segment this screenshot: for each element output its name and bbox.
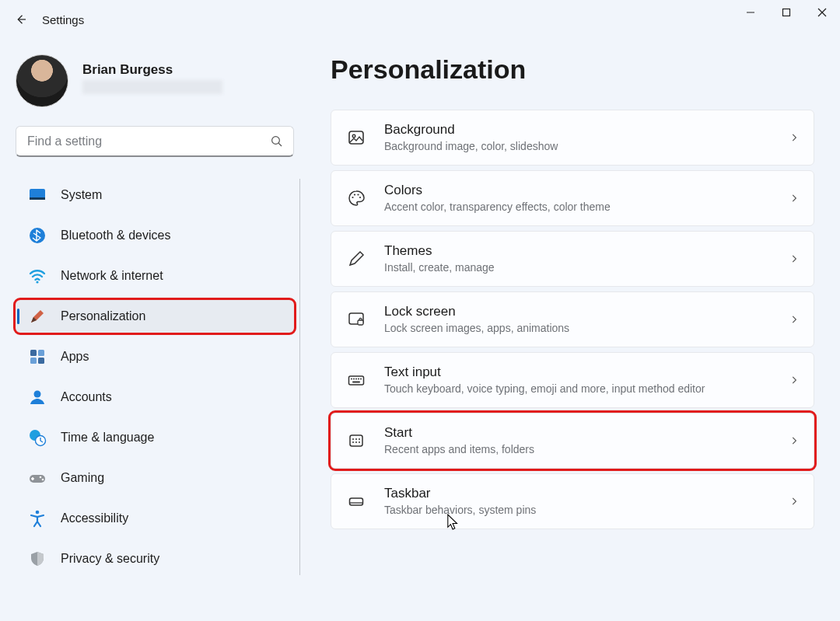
svg-point-39 [355, 438, 357, 440]
chevron-right-icon [789, 314, 800, 325]
clock-globe-icon [28, 428, 47, 447]
card-title: Themes [384, 242, 772, 259]
card-title: Taskbar [384, 485, 772, 501]
window-maximize-button[interactable] [768, 0, 804, 25]
chevron-right-icon [789, 435, 800, 446]
svg-rect-44 [350, 498, 363, 505]
svg-rect-29 [358, 320, 363, 325]
taskbar-icon [345, 490, 367, 512]
sidebar-item-label: Bluetooth & devices [61, 229, 170, 242]
card-colors[interactable]: Colors Accent color, transparency effect… [331, 170, 814, 226]
lock-screen-icon [345, 309, 367, 330]
minimize-icon [746, 8, 755, 17]
svg-point-26 [357, 194, 359, 195]
sidebar-item-gaming[interactable]: Gaming [16, 462, 294, 494]
start-grid-icon [345, 430, 367, 452]
svg-line-6 [278, 143, 282, 146]
sidebar-item-bluetooth[interactable]: Bluetooth & devices [16, 219, 294, 252]
paintbrush-icon [28, 307, 47, 326]
page-title: Personalization [331, 54, 821, 85]
gamepad-icon [28, 469, 47, 487]
svg-point-38 [352, 438, 354, 440]
sidebar-item-time[interactable]: Time & language [16, 421, 294, 454]
sidebar-item-label: Accessibility [61, 511, 128, 525]
chevron-right-icon [789, 253, 800, 264]
svg-point-15 [34, 391, 41, 398]
sidebar-item-accessibility[interactable]: Accessibility [16, 502, 294, 535]
card-subtitle: Install, create, manage [384, 260, 772, 275]
card-title: Background [384, 121, 772, 138]
svg-rect-13 [30, 358, 37, 364]
avatar [16, 54, 68, 107]
svg-point-27 [359, 197, 361, 198]
svg-point-43 [359, 441, 360, 443]
card-taskbar[interactable]: Taskbar Taskbar behaviors, system pins [331, 473, 814, 529]
svg-rect-12 [38, 350, 44, 356]
window-close-button[interactable] [804, 0, 840, 25]
maximize-icon [782, 8, 791, 17]
svg-point-23 [352, 134, 355, 138]
svg-point-24 [352, 197, 353, 198]
search-icon [270, 134, 284, 148]
card-themes[interactable]: Themes Install, create, manage [331, 231, 814, 287]
person-icon [28, 388, 47, 406]
card-start[interactable]: Start Recent apps and items, folders [331, 413, 814, 469]
svg-point-19 [40, 476, 42, 479]
sidebar: Brian Burgess System Bluetooth & devices [16, 54, 294, 583]
nav-list: System Bluetooth & devices Network & int… [16, 179, 294, 575]
sidebar-item-privacy[interactable]: Privacy & security [16, 543, 294, 575]
main-content: Personalization Background Background im… [331, 54, 821, 534]
back-button[interactable] [14, 12, 28, 26]
palette-icon [345, 187, 367, 209]
window-titlebar [733, 0, 840, 37]
card-title: Text input [384, 364, 772, 380]
profile-email-redacted [82, 80, 222, 94]
sidebar-item-label: Gaming [61, 471, 104, 485]
sidebar-item-label: Network & internet [61, 269, 163, 283]
wifi-icon [28, 267, 47, 285]
sidebar-item-label: Time & language [61, 431, 154, 445]
card-background[interactable]: Background Background image, color, slid… [331, 110, 814, 166]
card-subtitle: Accent color, transparency effects, colo… [384, 200, 772, 215]
chevron-right-icon [789, 496, 800, 507]
pen-icon [345, 248, 367, 270]
header: Settings [14, 12, 84, 26]
close-icon [817, 8, 827, 17]
shield-icon [28, 549, 47, 568]
sidebar-item-label: Accounts [61, 390, 112, 404]
window-minimize-button[interactable] [733, 0, 768, 25]
card-lockscreen[interactable]: Lock screen Lock screen images, apps, an… [331, 291, 814, 347]
search-input[interactable] [26, 134, 270, 149]
card-subtitle: Recent apps and items, folders [384, 442, 772, 457]
card-title: Lock screen [384, 303, 772, 319]
card-subtitle: Taskbar behaviors, system pins [384, 503, 772, 518]
sidebar-item-apps[interactable]: Apps [16, 340, 294, 373]
bluetooth-icon [28, 226, 47, 245]
apps-icon [28, 347, 47, 366]
sidebar-item-accounts[interactable]: Accounts [16, 381, 294, 413]
svg-rect-30 [349, 376, 364, 385]
card-subtitle: Background image, color, slideshow [384, 139, 772, 154]
svg-point-25 [354, 194, 355, 195]
chevron-right-icon [789, 375, 800, 386]
card-subtitle: Touch keyboard, voice typing, emoji and … [384, 382, 772, 396]
picture-icon [345, 127, 367, 148]
sidebar-item-personalization[interactable]: Personalization [16, 300, 294, 333]
svg-point-5 [272, 136, 280, 144]
svg-point-21 [36, 511, 40, 515]
card-subtitle: Lock screen images, apps, animations [384, 321, 772, 336]
svg-rect-22 [349, 131, 363, 144]
svg-point-20 [42, 479, 44, 481]
sidebar-item-network[interactable]: Network & internet [16, 260, 294, 292]
chevron-right-icon [789, 193, 800, 204]
svg-point-41 [352, 441, 354, 443]
sidebar-item-system[interactable]: System [16, 179, 294, 211]
search-box[interactable] [16, 126, 294, 157]
card-textinput[interactable]: Text input Touch keyboard, voice typing,… [331, 352, 814, 408]
svg-point-42 [355, 441, 357, 443]
card-title: Colors [384, 182, 772, 198]
svg-point-10 [36, 281, 38, 283]
profile-block[interactable]: Brian Burgess [16, 54, 294, 107]
keyboard-icon [345, 369, 367, 391]
sidebar-item-label: Privacy & security [61, 552, 159, 566]
